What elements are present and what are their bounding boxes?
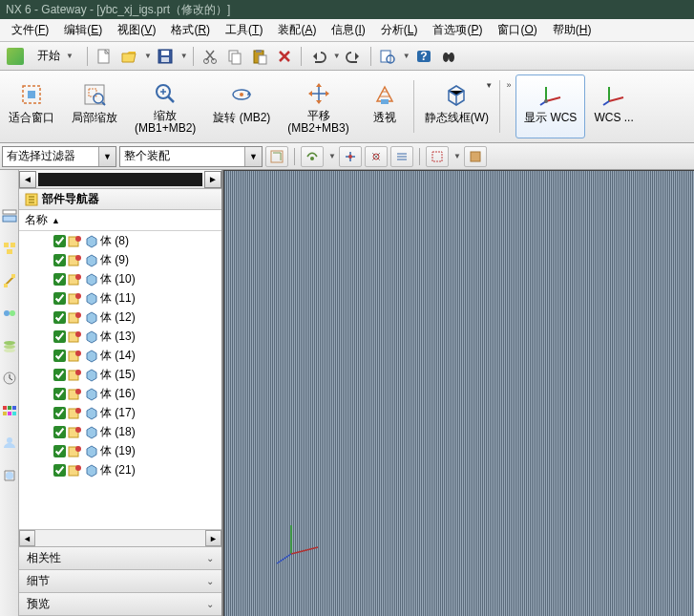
tree-row[interactable]: 体 (11) <box>19 288 221 308</box>
accordion-预览[interactable]: 预览⌄ <box>19 593 221 616</box>
tree-checkbox[interactable] <box>53 369 66 381</box>
filter-opt6-button[interactable] <box>426 146 449 167</box>
chevron-down-icon[interactable]: ▼ <box>180 52 188 60</box>
local-zoom-button[interactable]: 局部缩放 <box>63 74 126 138</box>
tree-row[interactable]: 体 (10) <box>19 269 221 288</box>
new-button[interactable] <box>93 45 116 68</box>
tree-row[interactable]: 体 (16) <box>19 384 221 403</box>
save-button[interactable] <box>154 45 177 68</box>
tree-checkbox[interactable] <box>53 292 66 305</box>
overflow-icon[interactable]: » <box>507 80 512 90</box>
filter-opt1-button[interactable] <box>265 146 288 167</box>
start-button[interactable]: 开始▼ <box>29 45 82 67</box>
filter-opt4-button[interactable] <box>365 146 388 167</box>
constraint-icon[interactable] <box>2 273 17 288</box>
part-tree[interactable]: 体 (8)体 (9)体 (10)体 (11)体 (12)体 (13)体 (14)… <box>19 231 221 529</box>
wireframe-button[interactable]: ▼静态线框(W) <box>416 74 497 138</box>
chevron-down-icon[interactable]: ▼ <box>333 52 341 60</box>
scroll-right-button[interactable]: ► <box>204 171 221 188</box>
tree-checkbox[interactable] <box>53 254 66 266</box>
cut-button[interactable] <box>199 45 221 68</box>
menu-e[interactable]: 编辑(E) <box>56 19 110 41</box>
tree-checkbox[interactable] <box>53 445 66 457</box>
menu-i[interactable]: 信息(I) <box>324 19 372 41</box>
scroll-track[interactable] <box>35 530 205 546</box>
filter-combo[interactable]: 有选择过滤器 ▼ <box>2 146 116 167</box>
scope-combo[interactable]: 整个装配 ▼ <box>119 146 263 167</box>
redo-button[interactable] <box>343 45 366 68</box>
chevron-down-icon[interactable]: ▼ <box>328 152 336 160</box>
misc-icon[interactable] <box>2 468 17 483</box>
tree-row[interactable]: 体 (14) <box>19 346 221 365</box>
filter-opt3-button[interactable] <box>339 146 362 167</box>
tree-row[interactable]: 体 (21) <box>19 460 221 479</box>
assembly-icon[interactable] <box>2 241 17 256</box>
open-button[interactable] <box>117 45 140 68</box>
svg-rect-3 <box>161 51 169 55</box>
accordion-相关性[interactable]: 相关性⌄ <box>19 547 221 570</box>
tree-checkbox[interactable] <box>53 350 66 362</box>
tree-checkbox[interactable] <box>53 235 66 247</box>
sketch-icon[interactable] <box>2 306 17 321</box>
tree-column-header[interactable]: 名称 ▲ <box>19 210 221 231</box>
history-icon[interactable] <box>2 371 17 386</box>
nav-icon[interactable] <box>2 208 17 223</box>
tree-checkbox[interactable] <box>53 273 66 286</box>
tree-row[interactable]: 体 (9) <box>19 250 221 269</box>
pan-button[interactable]: 平移(MB2+MB3) <box>279 74 357 138</box>
copy-button[interactable] <box>223 45 246 68</box>
layer-icon[interactable] <box>2 338 17 353</box>
palette-icon[interactable] <box>2 403 17 418</box>
chevron-down-icon[interactable]: ▼ <box>453 152 461 160</box>
menu-f[interactable]: 文件(F) <box>4 19 56 41</box>
help-button[interactable]: ? <box>412 45 435 68</box>
binoculars-button[interactable] <box>437 45 460 68</box>
perspective-button[interactable]: 透视 <box>358 74 411 138</box>
tree-row[interactable]: 体 (13) <box>19 327 221 346</box>
scroll-left-button[interactable]: ◄ <box>19 530 35 546</box>
chevron-down-icon[interactable]: ▼ <box>403 52 410 60</box>
zoom-button[interactable]: 缩放(MB1+MB2) <box>126 74 204 138</box>
fit-window-button[interactable]: 适合窗口 <box>0 74 63 138</box>
tree-row[interactable]: 体 (19) <box>19 441 221 460</box>
menu-r[interactable]: 格式(R) <box>163 19 218 41</box>
rib-label: 适合窗口 <box>9 112 54 124</box>
tree-row[interactable]: 体 (18) <box>19 422 221 441</box>
undo-button[interactable] <box>306 45 329 68</box>
tree-checkbox[interactable] <box>53 464 66 477</box>
tree-row[interactable]: 体 (17) <box>19 403 221 422</box>
command-finder-button[interactable] <box>376 45 399 68</box>
scroll-left-button[interactable]: ◄ <box>19 171 36 188</box>
tree-checkbox[interactable] <box>53 330 66 343</box>
scroll-right-button[interactable]: ► <box>205 530 221 546</box>
active-tab[interactable] <box>38 173 202 186</box>
menu-l[interactable]: 分析(L) <box>373 19 426 41</box>
graphics-viewport[interactable] <box>223 170 694 616</box>
menu-t[interactable]: 工具(T) <box>218 19 270 41</box>
filter-opt2-button[interactable] <box>301 146 324 167</box>
menu-v[interactable]: 视图(V) <box>110 19 163 41</box>
show-wcs-button[interactable]: 显示 WCS <box>515 74 585 138</box>
menu-p[interactable]: 首选项(P) <box>425 19 490 41</box>
delete-button[interactable] <box>273 45 296 68</box>
wcs-button[interactable]: WCS ... <box>585 74 641 138</box>
tree-checkbox[interactable] <box>53 388 66 400</box>
filter-opt5-button[interactable] <box>390 146 413 167</box>
tree-checkbox[interactable] <box>53 426 66 438</box>
filter-opt7-button[interactable] <box>464 146 487 167</box>
chevron-down-icon[interactable]: ▼ <box>144 52 152 60</box>
accordion-细节[interactable]: 细节⌄ <box>19 570 221 593</box>
svg-line-37 <box>609 97 623 101</box>
menu-a[interactable]: 装配(A) <box>270 19 324 41</box>
tree-row[interactable]: 体 (15) <box>19 365 221 384</box>
menu-o[interactable]: 窗口(O) <box>490 19 544 41</box>
tree-row[interactable]: 体 (8) <box>19 231 221 250</box>
tree-row[interactable]: 体 (12) <box>19 308 221 327</box>
rotate-button[interactable]: 旋转 (MB2) <box>204 74 279 138</box>
tree-checkbox[interactable] <box>53 407 66 419</box>
tree-checkbox[interactable] <box>53 311 66 324</box>
paste-button[interactable] <box>248 45 271 68</box>
roles-icon[interactable] <box>2 435 17 451</box>
menu-h[interactable]: 帮助(H) <box>545 19 599 41</box>
tree-h-scrollbar[interactable]: ◄ ► <box>19 529 221 546</box>
